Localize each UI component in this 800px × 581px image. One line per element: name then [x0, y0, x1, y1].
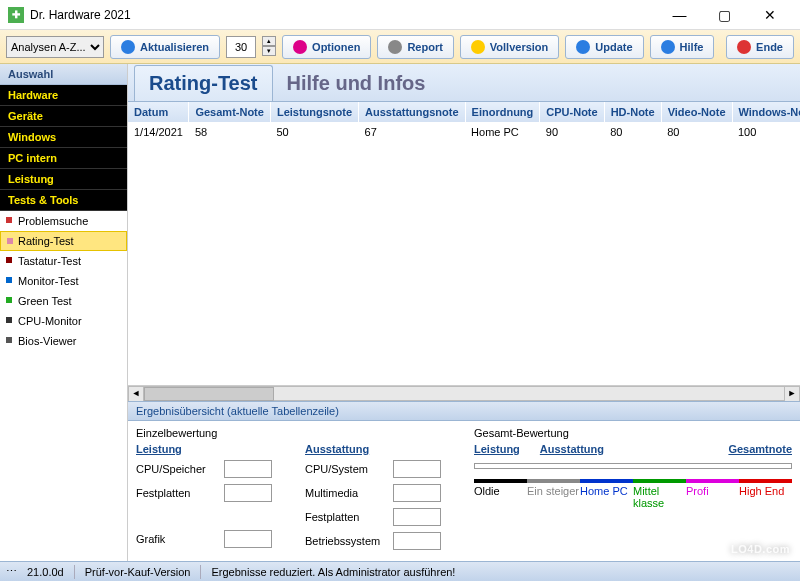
report-icon: [388, 40, 402, 54]
content-tabs: Rating-Test Hilfe und Infos: [128, 64, 800, 102]
options-icon: [293, 40, 307, 54]
horizontal-scrollbar[interactable]: ◄ ►: [128, 385, 800, 401]
refresh-icon: [121, 40, 135, 54]
scroll-thumb[interactable]: [144, 387, 274, 401]
spin-arrows[interactable]: ▴▾: [262, 36, 276, 58]
detail-einzelbewertung: Einzelbewertung Leistung CPU/Speicher Fe…: [136, 425, 454, 553]
box-os: [393, 532, 441, 550]
sidebar-cat-windows[interactable]: Windows: [0, 127, 127, 148]
box-multimedia: [393, 484, 441, 502]
status-version: 21.0.0d: [27, 566, 64, 578]
rating-bar: [474, 463, 792, 469]
col-hd[interactable]: HD-Note: [604, 102, 661, 122]
sidebar-item-cpumonitor[interactable]: CPU-Monitor: [0, 311, 127, 331]
tab-hilfe[interactable]: Hilfe und Infos: [273, 66, 440, 101]
sidebar-item-monitortest[interactable]: Monitor-Test: [0, 271, 127, 291]
content-area: Rating-Test Hilfe und Infos Datum Gesamt…: [128, 64, 800, 561]
sidebar-cat-geraete[interactable]: Geräte: [0, 106, 127, 127]
scroll-left-arrow[interactable]: ◄: [128, 386, 144, 402]
tab-ratingtest[interactable]: Rating-Test: [134, 65, 273, 101]
fullversion-button[interactable]: Vollversion: [460, 35, 559, 59]
status-dots: ⋯: [6, 565, 17, 578]
window-title: Dr. Hardware 2021: [30, 8, 657, 22]
options-button[interactable]: Optionen: [282, 35, 371, 59]
sidebar: Auswahl Hardware Geräte Windows PC inter…: [0, 64, 128, 561]
sidebar-item-tastaturtest[interactable]: Tastatur-Test: [0, 251, 127, 271]
rating-legend: Oldie Ein steiger Home PC Mittel klasse …: [474, 479, 792, 509]
help-icon: [661, 40, 675, 54]
app-icon: ✚: [8, 7, 24, 23]
statusbar: ⋯ 21.0.0d Prüf-vor-Kauf-Version Ergebnis…: [0, 561, 800, 581]
update-icon: [576, 40, 590, 54]
close-button[interactable]: ✕: [747, 0, 792, 30]
detail-header: Ergebnisübersicht (aktuelle Tabellenzeil…: [128, 401, 800, 421]
sidebar-item-greentest[interactable]: Green Test: [0, 291, 127, 311]
detail-pane: Einzelbewertung Leistung CPU/Speicher Fe…: [128, 421, 800, 561]
table-empty-area: [128, 142, 800, 385]
box-grafik: [224, 530, 272, 548]
scroll-right-arrow[interactable]: ►: [784, 386, 800, 402]
box-festplatten2: [393, 508, 441, 526]
table-row[interactable]: 1/14/2021 58 50 67 Home PC 90 80 80 100 …: [128, 122, 800, 142]
titlebar: ✚ Dr. Hardware 2021 — ▢ ✕: [0, 0, 800, 30]
minimize-button[interactable]: —: [657, 0, 702, 30]
status-msg: Ergebnisse reduziert. Als Administrator …: [211, 566, 455, 578]
main-area: Auswahl Hardware Geräte Windows PC inter…: [0, 64, 800, 561]
exit-icon: [737, 40, 751, 54]
toolbar: Analysen A-Z... Aktualisieren ▴▾ Optione…: [0, 30, 800, 64]
refresh-button[interactable]: Aktualisieren: [110, 35, 220, 59]
end-button[interactable]: Ende: [726, 35, 794, 59]
col-leistung[interactable]: Leistungsnote: [270, 102, 358, 122]
sidebar-cat-pcintern[interactable]: PC intern: [0, 148, 127, 169]
col-ausstattung[interactable]: Ausstattungsnote: [359, 102, 466, 122]
status-edition: Prüf-vor-Kauf-Version: [85, 566, 191, 578]
col-einordnung[interactable]: Einordnung: [465, 102, 540, 122]
result-table: Datum Gesamt-Note Leistungsnote Ausstatt…: [128, 102, 800, 142]
interval-spinbox[interactable]: [226, 36, 256, 58]
sidebar-item-biosviewer[interactable]: Bios-Viewer: [0, 331, 127, 351]
sidebar-cat-leistung[interactable]: Leistung: [0, 169, 127, 190]
col-cpu[interactable]: CPU-Note: [540, 102, 604, 122]
box-cpu-system: [393, 460, 441, 478]
help-button[interactable]: Hilfe: [650, 35, 715, 59]
analyses-dropdown[interactable]: Analysen A-Z...: [6, 36, 104, 58]
col-gesamt[interactable]: Gesamt-Note: [189, 102, 270, 122]
sidebar-item-problemsuche[interactable]: Problemsuche: [0, 211, 127, 231]
report-button[interactable]: Report: [377, 35, 453, 59]
sidebar-cat-hardware[interactable]: Hardware: [0, 85, 127, 106]
col-windows[interactable]: Windows-Note: [732, 102, 800, 122]
sidebar-header: Auswahl: [0, 64, 127, 85]
update-button[interactable]: Update: [565, 35, 643, 59]
col-datum[interactable]: Datum: [128, 102, 189, 122]
key-icon: [471, 40, 485, 54]
maximize-button[interactable]: ▢: [702, 0, 747, 30]
sidebar-item-ratingtest[interactable]: Rating-Test: [0, 231, 127, 251]
sidebar-cat-tests[interactable]: Tests & Tools: [0, 190, 127, 211]
box-cpu-speicher: [224, 460, 272, 478]
col-video[interactable]: Video-Note: [661, 102, 732, 122]
box-festplatten: [224, 484, 272, 502]
detail-gesamtbewertung: Gesamt-Bewertung Leistung Ausstattung Ge…: [474, 425, 792, 553]
